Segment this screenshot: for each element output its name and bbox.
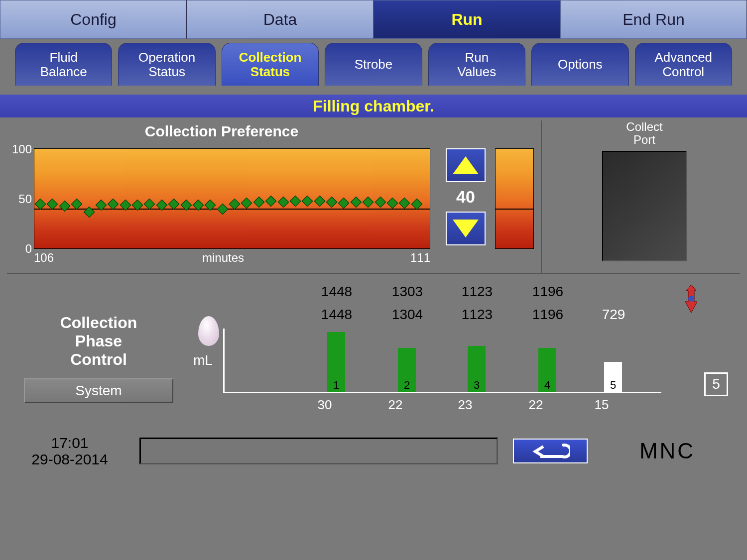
bar-label: 23 xyxy=(450,397,480,413)
threshold-line xyxy=(34,209,430,210)
bar-value-row2: 729 xyxy=(594,307,633,323)
subtab-strobe[interactable]: Strobe xyxy=(325,43,422,86)
data-point xyxy=(229,199,241,210)
bar-label: 22 xyxy=(380,397,410,413)
bar-value-row2: 1123 xyxy=(457,307,497,323)
right-lower-panel: 5 xyxy=(681,279,733,421)
count-box: 5 xyxy=(704,372,728,396)
status-message: Filling chamber. xyxy=(0,95,747,117)
data-point xyxy=(374,197,386,208)
data-point xyxy=(399,198,410,209)
data-point xyxy=(253,197,264,208)
subtab-run-values[interactable]: Run Values xyxy=(428,43,525,86)
y-tick-mid: 50 xyxy=(10,192,32,206)
data-point xyxy=(168,199,180,210)
data-point xyxy=(290,196,301,207)
collect-port-label: Collect Port xyxy=(549,120,740,147)
data-point xyxy=(326,197,338,208)
triangle-down-icon xyxy=(453,220,479,237)
back-button[interactable] xyxy=(513,439,588,463)
data-point xyxy=(363,197,374,208)
data-point xyxy=(59,201,70,212)
volume-bar: 5 xyxy=(604,362,622,392)
tab-config[interactable]: Config xyxy=(0,0,187,39)
mini-preference-chart xyxy=(495,148,534,249)
phase-control-panel: Collection Phase Control System xyxy=(14,279,183,421)
main-tab-bar: Config Data Run End Run xyxy=(0,0,747,39)
bar-value-row2: 1448 xyxy=(317,307,357,323)
preference-chart xyxy=(34,148,430,249)
bar-value-row2: 1304 xyxy=(387,307,427,323)
subtab-options[interactable]: Options xyxy=(531,43,628,86)
tab-end-run[interactable]: End Run xyxy=(560,0,747,39)
footer-bar: 17:01 29-08-2014 MNC xyxy=(0,421,747,481)
subtab-operation-status[interactable]: Operation Status xyxy=(118,43,215,86)
chart-title: Collection Preference xyxy=(7,120,436,142)
bar-value-row1: 1448 xyxy=(317,284,357,300)
x-axis-label: minutes xyxy=(202,251,244,265)
ml-label: mL xyxy=(193,352,213,368)
collect-port-panel: Collect Port xyxy=(541,120,740,273)
tab-run[interactable]: Run xyxy=(374,0,560,39)
data-point xyxy=(314,196,325,207)
bar-value-row1: 1303 xyxy=(387,284,427,300)
progress-bar xyxy=(139,438,498,464)
data-point xyxy=(108,199,119,210)
data-point xyxy=(265,196,277,207)
subtab-advanced-control[interactable]: Advanced Control xyxy=(635,43,732,86)
data-point xyxy=(387,198,398,209)
drop-icon xyxy=(198,316,219,346)
bar-label: 15 xyxy=(587,397,617,413)
svg-point-0 xyxy=(688,296,694,302)
bar-label: 30 xyxy=(310,397,340,413)
volume-bar: 2 xyxy=(398,348,416,392)
subtab-collection-status[interactable]: Collection Status xyxy=(222,43,319,86)
volume-bar: 3 xyxy=(468,346,486,392)
volume-bar: 1 xyxy=(327,332,345,392)
stepper-value: 40 xyxy=(456,187,475,207)
mini-threshold-line xyxy=(496,209,533,210)
y-tick-max: 100 xyxy=(10,142,32,156)
y-tick-min: 0 xyxy=(10,242,32,256)
data-point xyxy=(350,197,362,208)
stepper-down-button[interactable] xyxy=(446,212,486,245)
date-display: 29-08-2014 xyxy=(15,451,124,467)
time-display: 17:01 xyxy=(15,435,124,451)
data-point xyxy=(411,199,422,210)
bar-value-row2: 1196 xyxy=(528,307,568,323)
data-point xyxy=(217,204,228,215)
data-point xyxy=(144,199,155,210)
collection-chart-panel: Collection Preference 100 50 0 106 minut… xyxy=(7,120,436,273)
x-tick-min: 106 xyxy=(34,251,54,265)
collect-port-image xyxy=(602,151,687,261)
triangle-up-icon xyxy=(453,156,479,174)
volume-bars-panel: mL 12345 1448130311231196144813041123119… xyxy=(193,279,671,421)
stepper-up-button[interactable] xyxy=(446,148,486,182)
volume-bar: 4 xyxy=(538,348,556,392)
bar-value-row1: 1123 xyxy=(457,284,497,300)
data-point xyxy=(338,198,350,209)
handle-icon xyxy=(681,284,701,314)
bar-value-row1: 1196 xyxy=(528,284,568,300)
tab-data[interactable]: Data xyxy=(187,0,374,39)
mode-label: MNC xyxy=(603,439,732,463)
datetime-display: 17:01 29-08-2014 xyxy=(15,435,124,467)
subtab-fluid-balance[interactable]: Fluid Balance xyxy=(15,43,112,86)
data-point xyxy=(35,199,46,210)
data-point xyxy=(47,199,58,210)
preference-stepper: 40 xyxy=(443,120,488,273)
data-point xyxy=(277,197,289,208)
back-arrow-icon xyxy=(530,443,570,459)
data-point xyxy=(302,196,313,207)
data-point xyxy=(241,198,252,209)
mini-chart-column xyxy=(495,120,534,273)
volume-bar-chart: 12345 xyxy=(223,329,661,393)
phase-control-title: Collection Phase Control xyxy=(14,314,183,368)
system-button[interactable]: System xyxy=(24,378,173,403)
data-point xyxy=(71,199,83,210)
bar-label: 22 xyxy=(521,397,551,413)
sub-tab-bar: Fluid Balance Operation Status Collectio… xyxy=(0,39,747,86)
x-tick-max: 111 xyxy=(410,251,430,265)
